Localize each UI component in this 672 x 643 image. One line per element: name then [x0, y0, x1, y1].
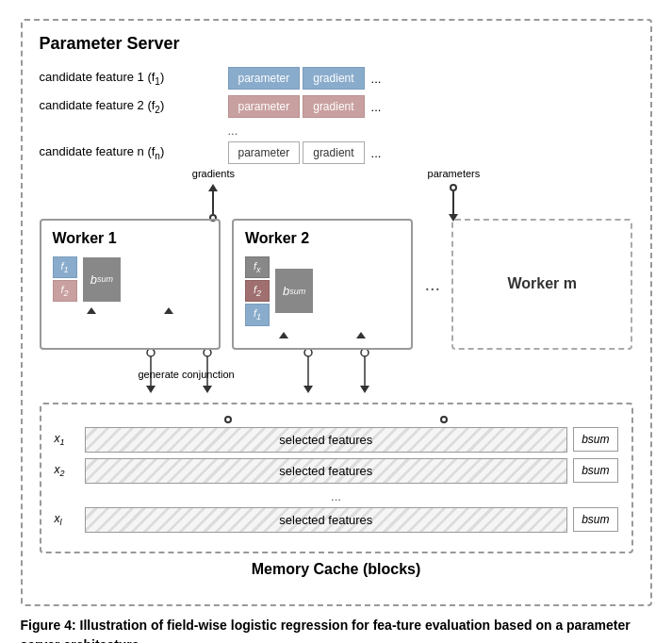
cache-bsum-2: bsum — [573, 458, 617, 483]
worker-1-bsum: bsum — [83, 257, 121, 302]
worker-2-bottom-arrows — [245, 332, 400, 338]
param-box-2: parameter — [228, 95, 301, 118]
generate-label: generate conjunction — [139, 369, 235, 380]
svg-marker-9 — [360, 386, 369, 393]
generate-arrows-svg — [40, 350, 633, 403]
worker-m-box: Worker m — [451, 219, 632, 350]
selected-features-2: selected features — [85, 458, 568, 484]
parameters-arrow — [449, 184, 458, 222]
selected-features-1: selected features — [85, 427, 568, 453]
diagram-container: Parameter Server candidate feature 1 (f1… — [21, 19, 652, 643]
generate-arrows-row: generate conjunction — [40, 350, 633, 403]
worker-2-content: fx f2 f1 bsum — [245, 256, 400, 326]
arrow-shaft-right — [452, 191, 454, 214]
arrow-shaft-left — [212, 191, 214, 214]
ellipsis-row: ... — [228, 124, 633, 138]
workers-row: Worker 1 f1 f2 bsum Worker 2 — [40, 219, 633, 350]
svg-point-11 — [361, 350, 369, 356]
svg-point-10 — [304, 350, 312, 356]
feature-row-2: candidate feature 2 (f2) parameter gradi… — [40, 95, 633, 118]
dots-n: ... — [371, 146, 382, 160]
feature-row-1: candidate feature 1 (f1) parameter gradi… — [40, 67, 633, 90]
svg-point-4 — [147, 350, 155, 356]
param-server-title: Parameter Server — [40, 34, 633, 54]
worker-1-feat-f2: f2 — [53, 280, 77, 302]
gradients-arrow-group: gradients — [192, 168, 235, 222]
cache-row-2: x2 selected features bsum — [55, 458, 618, 484]
feature-label-2: candidate feature 2 (f2) — [40, 98, 228, 115]
cache-bsum-1: bsum — [573, 427, 617, 452]
cache-top-connectors — [55, 416, 618, 423]
w2-arrow-1 — [279, 332, 288, 338]
selected-features-l: selected features — [85, 507, 568, 533]
svg-marker-3 — [203, 386, 212, 393]
worker-1-bottom-arrows — [53, 307, 207, 314]
memory-cache-box: x1 selected features bsum x2 selected fe… — [40, 403, 633, 553]
cache-label-2: x2 — [55, 463, 85, 478]
parameters-label: parameters — [428, 168, 481, 179]
caption-text: Figure 4: Illustration of field-wise log… — [21, 618, 631, 643]
arrows-between-top: gradients parameters — [40, 170, 633, 219]
w1-arrow-1 — [87, 307, 96, 314]
cache-circle-2 — [440, 416, 448, 423]
worker-2-bsum: bsum — [275, 269, 313, 313]
arrow-head-left — [208, 184, 218, 191]
w1-arrow-2 — [164, 307, 173, 314]
svg-marker-1 — [146, 386, 156, 393]
gradients-label: gradients — [192, 168, 235, 179]
feature-row-n: candidate feature n (fn) parameter gradi… — [40, 141, 633, 164]
gradients-arrow — [208, 184, 218, 222]
feature-label-1: candidate feature 1 (f1) — [40, 70, 228, 87]
worker-1-feat-f1: f1 — [53, 256, 77, 278]
worker-2-features: fx f2 f1 — [245, 256, 270, 326]
worker-1-content: f1 f2 bsum — [53, 256, 207, 302]
gradient-box-1: gradient — [303, 67, 364, 90]
worker-2-title: Worker 2 — [245, 230, 400, 247]
w2-arrow-2 — [356, 332, 366, 338]
worker-2-feat-f2: f2 — [245, 280, 270, 302]
gradient-box-n: gradient — [303, 141, 364, 164]
dots-1: ... — [371, 72, 382, 86]
worker-2-feat-f1: f1 — [245, 304, 270, 325]
feature-label-n: candidate feature n (fn) — [40, 144, 228, 161]
cache-row-l: xl selected features bsum — [55, 507, 618, 533]
memory-cache-title: Memory Cache (blocks) — [40, 561, 633, 578]
svg-marker-7 — [303, 386, 313, 393]
param-server-box: Parameter Server candidate feature 1 (f1… — [21, 19, 652, 606]
cache-label-1: x1 — [55, 432, 85, 447]
worker-2-box: Worker 2 fx f2 f1 bsum — [232, 219, 413, 350]
workers-dots: ... — [424, 219, 440, 350]
param-box-n: parameter — [228, 141, 301, 164]
caption: Figure 4: Illustration of field-wise log… — [21, 616, 652, 643]
parameters-arrow-group: parameters — [428, 168, 481, 222]
worker-1-features: f1 f2 — [53, 256, 77, 302]
svg-point-5 — [204, 350, 211, 356]
cache-bsum-l: bsum — [573, 507, 617, 532]
circle-top-right — [450, 184, 457, 191]
cache-circle-1 — [224, 416, 232, 423]
worker-2-feat-fx: fx — [245, 256, 270, 278]
worker-1-title: Worker 1 — [53, 230, 207, 247]
cache-row-1: x1 selected features bsum — [55, 427, 618, 453]
cache-label-l: xl — [55, 512, 85, 527]
worker-m-title: Worker m — [508, 275, 578, 292]
cache-ellipsis: ... — [55, 489, 618, 503]
dots-2: ... — [371, 100, 382, 114]
gradient-box-2: gradient — [303, 95, 364, 118]
worker-1-box: Worker 1 f1 f2 bsum — [40, 219, 221, 350]
param-box-1: parameter — [228, 67, 301, 90]
arrow-head-right — [449, 214, 458, 222]
